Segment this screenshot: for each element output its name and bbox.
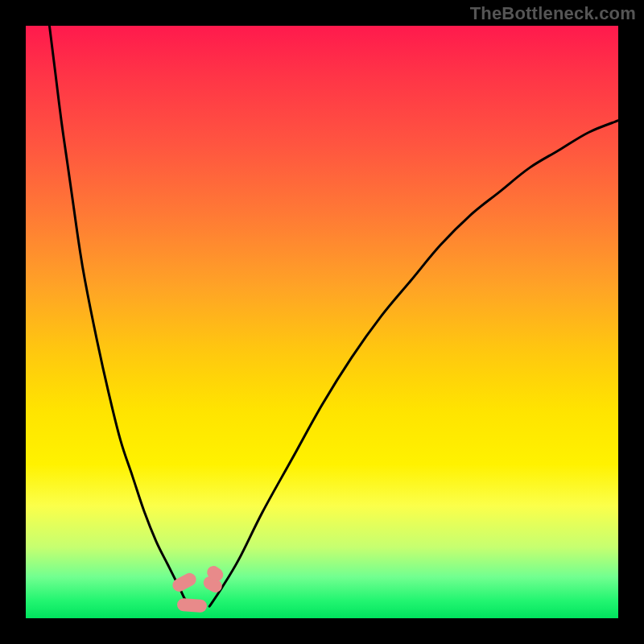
curve-layer bbox=[26, 26, 618, 618]
curve-left bbox=[49, 26, 192, 606]
plot-area bbox=[26, 26, 618, 618]
chart-frame: TheBottleneck.com bbox=[0, 0, 644, 644]
watermark-text: TheBottleneck.com bbox=[470, 3, 636, 24]
data-marker bbox=[176, 597, 207, 613]
curve-right bbox=[209, 121, 618, 607]
